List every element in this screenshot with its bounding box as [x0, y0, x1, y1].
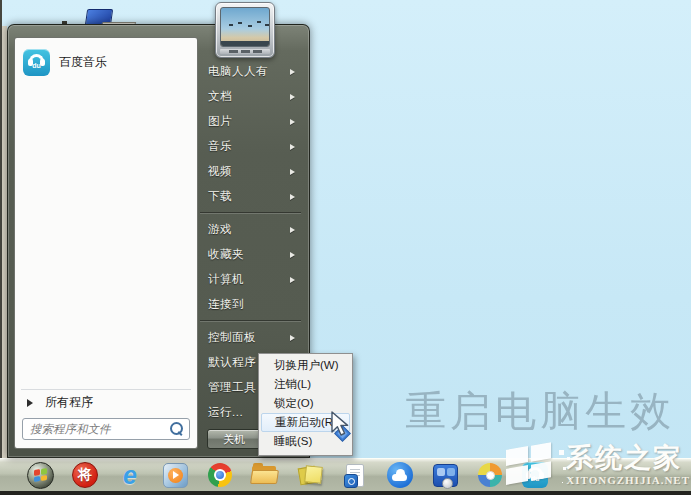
menu-item-control-panel[interactable]: 控制面板	[198, 325, 303, 350]
submenu-arrow-icon	[290, 277, 295, 283]
media-player-icon	[163, 463, 188, 488]
start-menu-left-panel: du 百度音乐 所有程序	[14, 37, 198, 449]
document-icon	[346, 464, 364, 487]
submenu-arrow-icon	[290, 335, 295, 341]
screen-bottom-edge	[0, 491, 691, 495]
menu-item-computer[interactable]: 计算机	[198, 267, 303, 292]
search-row	[15, 415, 197, 448]
user-picture-image	[220, 7, 270, 47]
submenu-arrow-icon	[290, 94, 295, 100]
taskbar-item-media-player[interactable]	[161, 461, 189, 489]
arrow-right-icon	[27, 399, 33, 407]
brand-url: XITONGZHIJIA.NET	[566, 475, 690, 486]
shutdown-button[interactable]: 关机	[207, 429, 261, 449]
system-tool-icon	[433, 464, 458, 487]
menu-item-downloads[interactable]: 下载	[198, 184, 303, 209]
taskbar-item-system-tool[interactable]	[431, 461, 459, 489]
taskbar-item-wps-document[interactable]	[341, 461, 369, 489]
restart-effect-watermark: 重启电脑生效	[405, 384, 691, 439]
pinned-item-label: 百度音乐	[59, 54, 107, 71]
internet-explorer-icon: e	[123, 463, 137, 488]
submenu-arrow-icon	[290, 169, 295, 175]
menu-item-connect-to[interactable]: 连接到	[198, 292, 303, 317]
sticky-notes-icon	[298, 464, 322, 486]
taskbar-item-internet-explorer[interactable]: e	[116, 461, 144, 489]
taskbar-item-explorer[interactable]	[251, 461, 279, 489]
start-button[interactable]	[26, 461, 54, 489]
pinned-item-baidu-music[interactable]: du 百度音乐	[15, 38, 197, 83]
submenu-arrow-icon	[290, 119, 295, 125]
user-picture[interactable]	[215, 2, 275, 58]
brand-name: 系统之家	[566, 445, 682, 472]
taskbar-item-jj-game[interactable]: 将	[71, 461, 99, 489]
menu-separator	[200, 320, 301, 322]
submenu-arrow-icon	[290, 252, 295, 258]
submenu-arrow-icon	[290, 227, 295, 233]
cloud-app-icon	[387, 462, 413, 488]
submenu-arrow-icon	[290, 194, 295, 200]
mouse-cursor	[329, 411, 359, 445]
menu-item-music[interactable]: 音乐	[198, 134, 303, 159]
search-icon	[170, 422, 183, 435]
baidu-music-icon: du	[23, 49, 50, 76]
submenu-item-log-off[interactable]: 注销(L)	[261, 375, 350, 394]
menu-item-favorites[interactable]: 收藏夹	[198, 242, 303, 267]
menu-item-username[interactable]: 电脑人人有	[198, 59, 303, 84]
birds-decoration	[229, 24, 233, 26]
submenu-item-switch-user[interactable]: 切换用户(W)	[261, 356, 350, 375]
menu-item-documents[interactable]: 文档	[198, 84, 303, 109]
jj-game-icon: 将	[72, 462, 98, 488]
taskbar-item-cloud-app[interactable]	[386, 461, 414, 489]
submenu-arrow-icon	[290, 144, 295, 150]
picture-bottom-bar	[221, 41, 269, 46]
all-programs-label: 所有程序	[45, 394, 93, 411]
menu-item-videos[interactable]: 视频	[198, 159, 303, 184]
brand-text: 系统之家 XITONGZHIJIA.NET	[566, 445, 690, 486]
search-input[interactable]	[22, 418, 190, 440]
taskbar-item-pinwheel-app[interactable]	[476, 461, 504, 489]
menu-item-pictures[interactable]: 图片	[198, 109, 303, 134]
icon-glyph: du	[23, 62, 50, 69]
chrome-icon	[208, 463, 232, 487]
submenu-arrow-icon	[290, 69, 295, 75]
taskbar-item-chrome[interactable]	[206, 461, 234, 489]
menu-separator	[200, 212, 301, 214]
all-programs-button[interactable]: 所有程序	[15, 390, 197, 415]
xitongzhijia-logo-icon	[504, 442, 560, 489]
picture-frame-base	[220, 49, 270, 54]
left-panel-spacer	[15, 83, 197, 389]
brand-watermark: 系统之家 XITONGZHIJIA.NET	[504, 442, 690, 489]
folder-icon	[252, 466, 278, 485]
windows-logo-icon	[27, 462, 54, 489]
taskbar-item-sticky-notes[interactable]	[296, 461, 324, 489]
menu-item-games[interactable]: 游戏	[198, 217, 303, 242]
pinwheel-icon	[478, 463, 502, 487]
